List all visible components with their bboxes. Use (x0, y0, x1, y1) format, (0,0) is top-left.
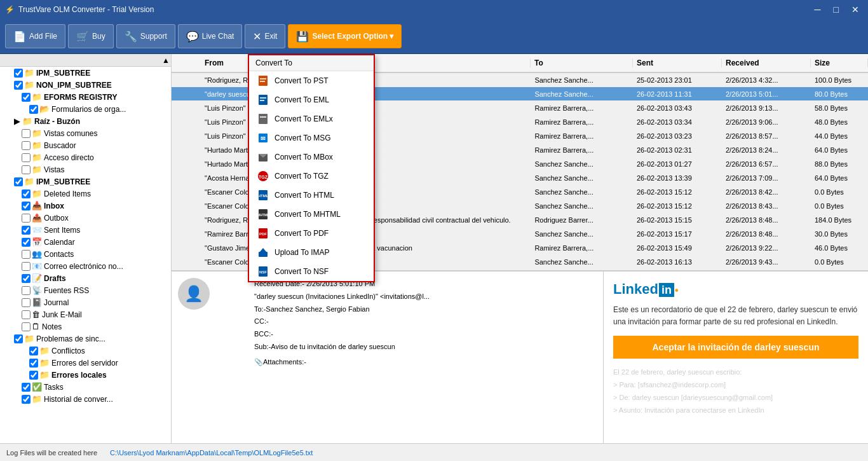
table-row[interactable]: "Hurtado Mart... Ramirez Barrera,... 26-… (172, 143, 868, 157)
to-cell: Sanchez Sanche... (531, 188, 633, 196)
table-row[interactable]: "Luis Pinzon" d... Ramirez Barrera,... 2… (172, 129, 868, 143)
vistas-comunes-checkbox[interactable] (22, 129, 31, 138)
sidebar-item-journal[interactable]: 📓 Journal (0, 296, 171, 308)
col-size-header[interactable]: Size (811, 58, 868, 67)
table-row[interactable]: "darley suescu... suescun Sanchez Sanche… (172, 87, 868, 101)
sidebar-item-ipm-subtree-2[interactable]: 📁 IPM_SUBTREE (0, 175, 171, 188)
table-row[interactable]: "Escaner Colom... Sanchez Sanche... 26-0… (172, 185, 868, 199)
sent-cell: 26-02-2013 03:34 (633, 118, 722, 126)
vistas-checkbox[interactable] (22, 165, 31, 174)
errores-locales-checkbox[interactable] (29, 371, 38, 380)
rss-checkbox[interactable] (22, 286, 31, 295)
table-row[interactable]: "Ramirez Barre... Sanchez Sanche... 26-0… (172, 227, 868, 241)
inbox-checkbox[interactable] (22, 202, 31, 210)
support-button[interactable]: 🔧 Support (116, 24, 175, 48)
sidebar-item-outbox[interactable]: 📤 Outbox (0, 212, 171, 224)
sidebar-item-problemas[interactable]: 📁 Problemas de sinc... (0, 333, 171, 345)
maximize-button[interactable]: □ (830, 3, 843, 16)
sidebar-item-vistas[interactable]: 📁 Vistas (0, 163, 171, 175)
sidebar-item-non-ipm[interactable]: 📁 NON_IPM_SUBTREE (0, 79, 171, 91)
sidebar-item-notes[interactable]: 🗒 Notes (0, 320, 171, 333)
sidebar-item-deleted-items[interactable]: 📁 Deleted Items (0, 188, 171, 200)
log-path-link[interactable]: C:\Users\Lyod Marknam\AppData\Local\Temp… (110, 449, 313, 457)
sidebar-item-junk[interactable]: 🗑 Junk E-Mail (0, 308, 171, 320)
sidebar-item-correo[interactable]: 📧 Correo electrónico no... (0, 260, 171, 272)
sidebar-item-label: EFORMS REGISTRY (44, 93, 118, 102)
tasks-checkbox[interactable] (22, 383, 31, 392)
sidebar-item-eforms[interactable]: 📁 EFORMS REGISTRY (0, 91, 171, 103)
folder-icon: 📁 (32, 394, 42, 404)
sidebar-item-tasks[interactable]: ✅ Tasks (0, 381, 171, 393)
toolbar: 📄 Add File 🛒 Buy 🔧 Support 💬 Live Chat ✕… (0, 19, 868, 54)
from-cell: "Rodriguez, Ro... (201, 76, 334, 84)
sidebar-item-calendar[interactable]: 📅 Calendar (0, 236, 171, 248)
formularios-checkbox[interactable] (29, 105, 38, 114)
errores-servidor-checkbox[interactable] (29, 359, 38, 368)
contacts-checkbox[interactable] (22, 250, 31, 259)
table-row[interactable]: "Luis Pinzon" d... Ramirez Barrera,... 2… (172, 115, 868, 129)
correo-checkbox[interactable] (22, 262, 31, 271)
ipm2-checkbox[interactable] (14, 177, 23, 186)
sidebar-item-acceso[interactable]: 📁 Acceso directo (0, 151, 171, 163)
sidebar-item-conflictos[interactable]: 📁 Conflictos (0, 345, 171, 357)
live-chat-button[interactable]: 💬 Live Chat (178, 24, 243, 48)
journal-checkbox[interactable] (22, 298, 31, 307)
col-from-header[interactable]: From (201, 58, 334, 67)
scroll-up-icon[interactable]: ▲ (162, 56, 170, 65)
buy-button[interactable]: 🛒 Buy (68, 24, 114, 48)
sidebar-item-errores-locales[interactable]: 📁 Errores locales (0, 369, 171, 381)
non-ipm-checkbox[interactable] (14, 81, 23, 90)
table-row[interactable]: "Hurtado Mart... s de tetano Sanchez San… (172, 157, 868, 171)
table-row[interactable]: "Luis Pinzon" d... Ramirez Barrera,... 2… (172, 101, 868, 115)
acceso-checkbox[interactable] (22, 153, 31, 162)
sidebar-item-vistas-comunes[interactable]: 📁 Vistas comunes (0, 127, 171, 139)
table-row[interactable]: "Rodriguez, Ro... Sanchez Sanche... 25-0… (172, 73, 868, 87)
select-export-button[interactable]: 💾 Select Export Option ▾ (288, 24, 402, 48)
sidebar-item-ipm-subtree[interactable]: 📁 IPM_SUBTREE (0, 67, 171, 79)
buscador-checkbox[interactable] (22, 141, 31, 150)
sidebar-item-raiz[interactable]: ▶ 📁 Raíz - Buzón (0, 115, 171, 127)
sidebar-item-contacts[interactable]: 👥 Contacts (0, 248, 171, 260)
minimize-button[interactable]: ─ (811, 3, 825, 16)
sidebar-item-errores-servidor[interactable]: 📁 Errores del servidor (0, 357, 171, 369)
table-row[interactable]: "Acosta Herna... Sanchez Sanche... 26-02… (172, 171, 868, 185)
add-file-label: Add File (29, 32, 57, 41)
close-button[interactable]: ✕ (848, 3, 863, 16)
drafts-checkbox[interactable] (22, 274, 31, 283)
sidebar-item-fuentes-rss[interactable]: 📡 Fuentes RSS (0, 284, 171, 296)
add-file-button[interactable]: 📄 Add File (5, 24, 65, 48)
sent-checkbox[interactable] (22, 226, 31, 235)
table-row[interactable]: "Gustavo Jimene... RE: jornada vacunacio… (172, 241, 868, 255)
ipm-subtree-checkbox[interactable] (14, 69, 23, 78)
received-cell: 2/26/2013 9:06... (722, 118, 811, 126)
calendar-checkbox[interactable] (22, 238, 31, 247)
sidebar-item-sent-items[interactable]: 📨 Sent Items (0, 224, 171, 236)
table-row[interactable]: "Rodriguez, Ro... seguro de responsabili… (172, 213, 868, 227)
notes-checkbox[interactable] (22, 322, 31, 331)
junk-checkbox[interactable] (22, 310, 31, 319)
table-row[interactable]: "Escaner Colom... Sanchez Sanche... 26-0… (172, 199, 868, 213)
problemas-checkbox[interactable] (14, 334, 23, 343)
outbox-checkbox[interactable] (22, 214, 31, 223)
sidebar-item-inbox[interactable]: 📥 Inbox (0, 200, 171, 212)
exit-button[interactable]: ✕ Exit (245, 24, 285, 48)
col-subject-header[interactable]: Subject (334, 58, 531, 67)
title-bar: ⚡ TrustVare OLM Converter - Trial Versio… (0, 0, 868, 19)
eforms-checkbox[interactable] (22, 93, 31, 102)
received-cell: 2/26/2013 8:24... (722, 146, 811, 154)
linkedin-accept-button[interactable]: Aceptar la invitación de darley suescun (613, 336, 858, 359)
sidebar-item-buscador[interactable]: 📁 Buscador (0, 139, 171, 151)
col-to-header[interactable]: To (531, 58, 633, 67)
sidebar-item-drafts[interactable]: 📝 Drafts (0, 272, 171, 284)
conflictos-checkbox[interactable] (29, 347, 38, 355)
col-sent-header[interactable]: Sent (633, 58, 722, 67)
sidebar-item-label: Fuentes RSS (44, 286, 89, 295)
table-row[interactable]: "Escaner Colomb... Sanchez Sanche... 26-… (172, 255, 868, 269)
size-cell: 88.0 Bytes (811, 160, 868, 168)
sidebar-item-formularios[interactable]: 📂 Formularios de orga... (0, 103, 171, 115)
deleted-checkbox[interactable] (22, 189, 31, 198)
sidebar-item-historial[interactable]: 📁 Historial de conver... (0, 393, 171, 405)
attachments-label: Attachments:- (263, 356, 306, 369)
historial-checkbox[interactable] (22, 395, 31, 404)
col-received-header[interactable]: Received (722, 58, 811, 67)
